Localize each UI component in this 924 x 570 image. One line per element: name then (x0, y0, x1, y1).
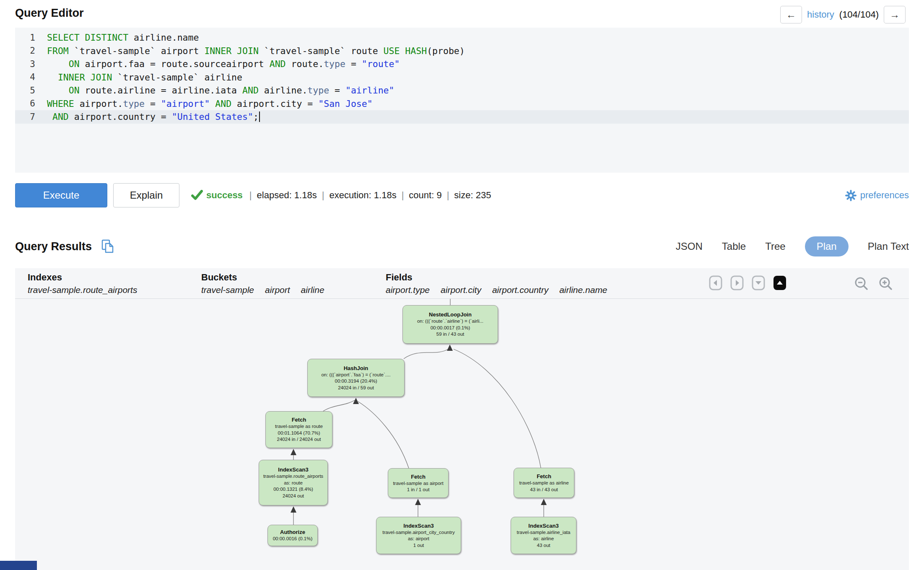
list-item: airport.country (492, 285, 548, 295)
status-metrics: elapsed: 1.18sexecution: 1.18scount: 9si… (244, 190, 491, 201)
plan-node-detail: 24024 in / 24024 out (277, 436, 321, 443)
plan-node-title: Fetch (537, 473, 551, 480)
pan-up-button-active[interactable] (773, 275, 786, 290)
zoom-out-icon[interactable] (854, 277, 869, 291)
code-lines: 1SELECT DISTINCT airline.name2FROM `trav… (15, 31, 909, 124)
query-status: success elapsed: 1.18sexecution: 1.18sco… (191, 190, 491, 201)
list-item: airline.name (559, 285, 607, 295)
results-title: Query Results (15, 240, 92, 253)
plan-node-authorize[interactable]: Authorize00:00.0016 (0.1%) (267, 525, 318, 546)
list-item: elapsed: 1.18s (244, 190, 317, 201)
left-arrow-icon: ← (786, 9, 796, 21)
list-item: airport.type (386, 285, 430, 295)
plan-node-hashjoin[interactable]: HashJoinon: (((`airport`.`faa`) = (`rout… (307, 359, 405, 397)
list-item: airline (301, 285, 324, 295)
plan-node-title: HashJoin (344, 365, 369, 372)
plan-meta-strip: Indexes travel-sample.route_airports Buc… (15, 268, 909, 299)
right-arrow-icon: → (890, 9, 900, 21)
history-forward-button[interactable]: → (884, 6, 906, 23)
plan-node-title: IndexScan3 (528, 522, 558, 529)
status-result: success (206, 190, 243, 201)
indexes-values: travel-sample.route_airports (28, 285, 137, 295)
indexes-label: Indexes (28, 272, 137, 283)
pan-right-button[interactable] (730, 275, 744, 290)
line-number: 7 (15, 112, 35, 122)
tab-plan-text[interactable]: Plan Text (868, 236, 909, 256)
plan-node-fetch-route[interactable]: Fetchtravel-sample as route00:01.1064 (7… (265, 411, 332, 448)
results-panel: Indexes travel-sample.route_airports Buc… (15, 268, 909, 570)
results-header: Query Results JSONTableTreePlanPlan Text (15, 233, 909, 260)
list-item: airport.city (441, 285, 481, 295)
explain-button[interactable]: Explain (113, 183, 179, 207)
tab-table[interactable]: Table (722, 236, 746, 256)
copy-icon[interactable] (101, 239, 114, 254)
tab-tree[interactable]: Tree (765, 236, 785, 256)
code-line[interactable]: 4 INNER JOIN `travel-sample` airline (15, 71, 909, 84)
plan-zoom-controls (854, 277, 893, 291)
line-number: 1 (15, 33, 35, 43)
text-cursor (259, 111, 260, 122)
code-line[interactable]: 6WHERE airport.type = "airport" AND airp… (15, 97, 909, 111)
code-line[interactable]: 5 ON route.airline = airline.iata AND ai… (15, 84, 909, 97)
line-number: 4 (15, 72, 35, 82)
list-item: count: 9 (397, 190, 442, 201)
plan-node-nestedloopjoin[interactable]: NestedLoopJoinon: (((`route`.`airline`) … (402, 305, 498, 344)
plan-node-detail: on: (((`route`.`airline`) = (`airli... (417, 318, 483, 325)
code-line[interactable]: 7 AND airport.country = "United States"; (15, 110, 909, 124)
history-back-button[interactable]: ← (780, 6, 802, 23)
list-item: airport (265, 285, 290, 295)
plan-node-detail: travel-sample as airport (393, 480, 443, 487)
tab-json[interactable]: JSON (676, 236, 703, 256)
code-text: FROM `travel-sample` airport INNER JOIN … (47, 46, 465, 56)
plan-node-indexscan-airport[interactable]: IndexScan3travel-sample.airport_city_cou… (376, 517, 461, 554)
plan-node-detail: as: airline (533, 536, 554, 542)
plan-canvas[interactable]: NestedLoopJoinon: (((`route`.`airline`) … (15, 299, 909, 570)
plan-node-indexscan-route[interactable]: IndexScan3travel-sample.route_airportsas… (259, 460, 328, 505)
plan-node-detail: 1 in / 1 out (407, 487, 430, 493)
plan-node-title: IndexScan3 (278, 466, 308, 473)
plan-node-detail: travel-sample as airline (519, 480, 568, 487)
query-editor[interactable]: 1SELECT DISTINCT airline.name2FROM `trav… (15, 28, 909, 173)
preferences-link[interactable]: preferences (845, 190, 909, 201)
code-line[interactable]: 1SELECT DISTINCT airline.name (15, 31, 909, 44)
plan-node-fetch-airline[interactable]: Fetchtravel-sample as airline43 in / 43 … (514, 468, 574, 498)
page-title: Query Editor (15, 7, 84, 20)
buckets-group: Buckets travel-sampleairportairline (201, 272, 324, 295)
execute-button[interactable]: Execute (15, 183, 107, 207)
list-item: travel-sample.route_airports (28, 285, 137, 295)
plan-pan-controls (709, 275, 786, 290)
code-text: ON airport.faa = route.sourceairport AND… (47, 59, 400, 69)
code-line[interactable]: 2FROM `travel-sample` airport INNER JOIN… (15, 44, 909, 58)
list-item: size: 235 (442, 190, 491, 201)
plan-node-title: Fetch (411, 473, 426, 480)
history-link[interactable]: history (807, 9, 834, 20)
zoom-in-icon[interactable] (879, 277, 893, 291)
code-line[interactable]: 3 ON airport.faa = route.sourceairport A… (15, 57, 909, 71)
plan-node-fetch-airport[interactable]: Fetchtravel-sample as airport1 in / 1 ou… (388, 468, 449, 498)
code-text: WHERE airport.type = "airport" AND airpo… (47, 98, 373, 109)
plan-node-title: NestedLoopJoin (429, 311, 472, 318)
success-check-icon (191, 190, 203, 201)
history-count: (104/104) (839, 9, 879, 20)
plan-node-detail: 00:00.0017 (0.1%) (431, 325, 470, 332)
plan-node-detail: travel-sample.airline_iata (517, 529, 571, 536)
history-controls: ← history (104/104) → (780, 6, 906, 23)
tab-plan[interactable]: Plan (805, 236, 849, 256)
line-number: 3 (15, 59, 35, 69)
plan-node-detail: as: airport (408, 536, 429, 542)
fields-group: Fields airport.typeairport.cityairport.c… (386, 272, 607, 295)
list-item: execution: 1.18s (317, 190, 397, 201)
indexes-group: Indexes travel-sample.route_airports (28, 272, 137, 295)
plan-node-detail: 43 in / 43 out (530, 487, 558, 493)
pan-down-button[interactable] (752, 275, 765, 290)
plan-node-detail: on: (((`airport`.`faa`) = (`route`.... (321, 372, 390, 378)
bottom-left-blue-element (0, 561, 37, 570)
plan-node-detail: 24024 out (283, 493, 304, 500)
plan-node-detail: travel-sample.airport_city_country (382, 529, 455, 536)
plan-node-indexscan-airline[interactable]: IndexScan3travel-sample.airline_iataas: … (511, 517, 576, 554)
plan-node-detail: travel-sample.route_airports (263, 473, 323, 480)
plan-node-title: Fetch (292, 416, 306, 423)
pan-left-button[interactable] (709, 275, 722, 290)
plan-node-detail: 43 out (537, 542, 550, 549)
plan-node-detail: 00:01.1064 (70.7%) (278, 430, 320, 437)
